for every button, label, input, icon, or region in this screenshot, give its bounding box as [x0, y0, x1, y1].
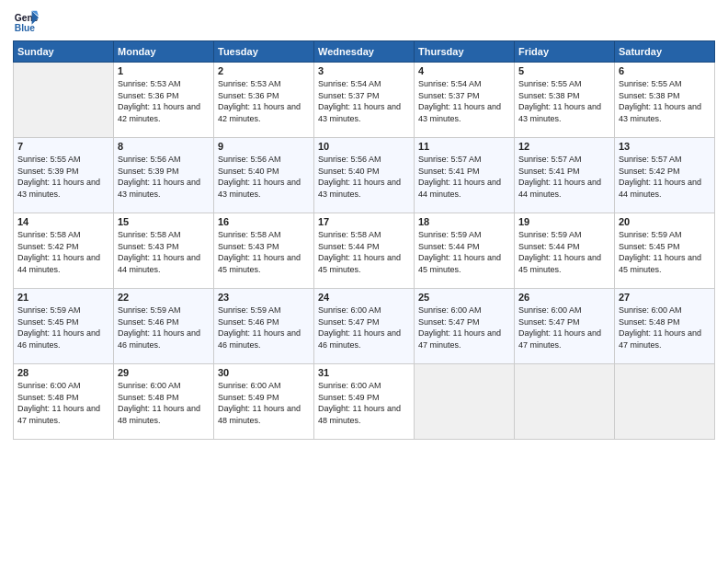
sunset-label: Sunset: 5:41 PM: [418, 167, 480, 176]
sunset-label: Sunset: 5:49 PM: [218, 393, 279, 402]
cell-info: Sunrise: 5:58 AMSunset: 5:43 PMDaylight:…: [118, 229, 210, 275]
sunset-label: Sunset: 5:40 PM: [218, 167, 279, 176]
calendar-table: SundayMondayTuesdayWednesdayThursdayFrid…: [13, 40, 715, 440]
week-row-3: 14Sunrise: 5:58 AMSunset: 5:42 PMDayligh…: [14, 213, 715, 289]
week-row-5: 28Sunrise: 6:00 AMSunset: 5:48 PMDayligh…: [14, 364, 715, 440]
sunset-label: Sunset: 5:46 PM: [118, 317, 179, 327]
daylight-label: Daylight: 11 hours and 48 minutes.: [218, 404, 301, 425]
calendar-cell: 31Sunrise: 6:00 AMSunset: 5:49 PMDayligh…: [314, 364, 415, 440]
day-number: 19: [518, 216, 610, 227]
cell-info: Sunrise: 5:55 AMSunset: 5:38 PMDaylight:…: [518, 78, 610, 124]
cell-info: Sunrise: 5:59 AMSunset: 5:44 PMDaylight:…: [418, 229, 510, 275]
cell-info: Sunrise: 6:00 AMSunset: 5:49 PMDaylight:…: [218, 380, 310, 426]
daylight-label: Daylight: 11 hours and 42 minutes.: [118, 102, 200, 123]
sunrise-label: Sunrise: 6:00 AM: [218, 381, 281, 390]
day-number: 5: [518, 65, 610, 76]
sunset-label: Sunset: 5:40 PM: [318, 167, 380, 176]
calendar-cell: 2Sunrise: 5:53 AMSunset: 5:36 PMDaylight…: [214, 63, 314, 138]
sunset-label: Sunset: 5:48 PM: [619, 317, 680, 327]
daylight-label: Daylight: 11 hours and 45 minutes.: [619, 253, 701, 274]
calendar-cell: 23Sunrise: 5:59 AMSunset: 5:46 PMDayligh…: [214, 289, 314, 364]
sunset-label: Sunset: 5:46 PM: [218, 317, 279, 327]
sunset-label: Sunset: 5:45 PM: [619, 242, 680, 251]
cell-info: Sunrise: 6:00 AMSunset: 5:48 PMDaylight:…: [118, 380, 210, 426]
calendar-cell: 5Sunrise: 5:55 AMSunset: 5:38 PMDaylight…: [515, 63, 615, 138]
day-number: 28: [17, 367, 109, 378]
sunrise-label: Sunrise: 5:56 AM: [118, 155, 181, 164]
day-number: 20: [619, 216, 711, 227]
daylight-label: Daylight: 11 hours and 48 minutes.: [318, 404, 401, 425]
day-header-wednesday: Wednesday: [314, 41, 415, 63]
calendar-cell: 27Sunrise: 6:00 AMSunset: 5:48 PMDayligh…: [615, 289, 715, 364]
day-number: 26: [518, 292, 610, 303]
cell-info: Sunrise: 5:57 AMSunset: 5:41 PMDaylight:…: [518, 154, 610, 200]
sunrise-label: Sunrise: 5:55 AM: [619, 79, 682, 88]
calendar-cell: 6Sunrise: 5:55 AMSunset: 5:38 PMDaylight…: [615, 63, 715, 138]
sunrise-label: Sunrise: 6:00 AM: [619, 305, 682, 315]
calendar-cell: 12Sunrise: 5:57 AMSunset: 5:41 PMDayligh…: [515, 138, 615, 213]
daylight-label: Daylight: 11 hours and 43 minutes.: [518, 102, 601, 123]
sunset-label: Sunset: 5:48 PM: [118, 393, 179, 402]
sunset-label: Sunset: 5:42 PM: [619, 167, 680, 176]
header: General Blue: [13, 9, 715, 35]
day-number: 18: [418, 216, 510, 227]
cell-info: Sunrise: 5:57 AMSunset: 5:41 PMDaylight:…: [418, 154, 510, 200]
calendar-cell: 26Sunrise: 6:00 AMSunset: 5:47 PMDayligh…: [515, 289, 615, 364]
sunrise-label: Sunrise: 5:59 AM: [118, 305, 181, 315]
day-number: 11: [418, 141, 510, 152]
cell-info: Sunrise: 5:58 AMSunset: 5:42 PMDaylight:…: [17, 229, 109, 275]
svg-text:Blue: Blue: [15, 23, 36, 33]
day-number: 12: [518, 141, 610, 152]
sunset-label: Sunset: 5:47 PM: [518, 317, 580, 327]
daylight-label: Daylight: 11 hours and 44 minutes.: [518, 178, 601, 199]
sunset-label: Sunset: 5:43 PM: [218, 242, 279, 251]
daylight-label: Daylight: 11 hours and 42 minutes.: [218, 102, 301, 123]
day-number: 7: [17, 141, 109, 152]
calendar-cell: 9Sunrise: 5:56 AMSunset: 5:40 PMDaylight…: [214, 138, 314, 213]
day-number: 23: [218, 292, 310, 303]
sunrise-label: Sunrise: 6:00 AM: [418, 305, 482, 315]
sunrise-label: Sunrise: 5:53 AM: [218, 79, 281, 88]
daylight-label: Daylight: 11 hours and 46 minutes.: [17, 328, 100, 350]
calendar-cell: 24Sunrise: 6:00 AMSunset: 5:47 PMDayligh…: [314, 289, 415, 364]
sunrise-label: Sunrise: 5:56 AM: [318, 155, 381, 164]
calendar-cell: [515, 364, 615, 440]
calendar-cell: 25Sunrise: 6:00 AMSunset: 5:47 PMDayligh…: [415, 289, 515, 364]
sunset-label: Sunset: 5:49 PM: [318, 393, 380, 402]
daylight-label: Daylight: 11 hours and 43 minutes.: [118, 178, 200, 199]
calendar-cell: 4Sunrise: 5:54 AMSunset: 5:37 PMDaylight…: [415, 63, 515, 138]
cell-info: Sunrise: 6:00 AMSunset: 5:47 PMDaylight:…: [318, 304, 410, 350]
sunrise-label: Sunrise: 5:54 AM: [318, 79, 381, 88]
day-number: 10: [318, 141, 410, 152]
sunrise-label: Sunrise: 5:57 AM: [518, 155, 582, 164]
sunset-label: Sunset: 5:45 PM: [17, 317, 79, 327]
sunset-label: Sunset: 5:47 PM: [318, 317, 380, 327]
daylight-label: Daylight: 11 hours and 48 minutes.: [118, 404, 200, 425]
week-row-2: 7Sunrise: 5:55 AMSunset: 5:39 PMDaylight…: [14, 138, 715, 213]
day-number: 22: [118, 292, 210, 303]
sunrise-label: Sunrise: 5:59 AM: [518, 230, 582, 239]
day-header-saturday: Saturday: [615, 41, 715, 63]
day-header-monday: Monday: [114, 41, 214, 63]
sunrise-label: Sunrise: 5:57 AM: [619, 155, 682, 164]
sunset-label: Sunset: 5:41 PM: [518, 167, 580, 176]
cell-info: Sunrise: 5:56 AMSunset: 5:40 PMDaylight:…: [318, 154, 410, 200]
sunset-label: Sunset: 5:47 PM: [418, 317, 480, 327]
day-number: 1: [118, 65, 210, 76]
sunrise-label: Sunrise: 5:58 AM: [118, 230, 181, 239]
cell-info: Sunrise: 5:59 AMSunset: 5:45 PMDaylight:…: [619, 229, 711, 275]
daylight-label: Daylight: 11 hours and 46 minutes.: [318, 328, 401, 350]
day-number: 30: [218, 367, 310, 378]
daylight-label: Daylight: 11 hours and 47 minutes.: [17, 404, 100, 425]
calendar-cell: 11Sunrise: 5:57 AMSunset: 5:41 PMDayligh…: [415, 138, 515, 213]
cell-info: Sunrise: 5:54 AMSunset: 5:37 PMDaylight:…: [418, 78, 510, 124]
day-number: 8: [118, 141, 210, 152]
calendar-cell: 29Sunrise: 6:00 AMSunset: 5:48 PMDayligh…: [114, 364, 214, 440]
day-number: 15: [118, 216, 210, 227]
cell-info: Sunrise: 5:53 AMSunset: 5:36 PMDaylight:…: [118, 78, 210, 124]
sunset-label: Sunset: 5:38 PM: [619, 91, 680, 100]
daylight-label: Daylight: 11 hours and 43 minutes.: [418, 102, 501, 123]
sunset-label: Sunset: 5:37 PM: [318, 91, 380, 100]
cell-info: Sunrise: 5:56 AMSunset: 5:39 PMDaylight:…: [118, 154, 210, 200]
day-number: 29: [118, 367, 210, 378]
